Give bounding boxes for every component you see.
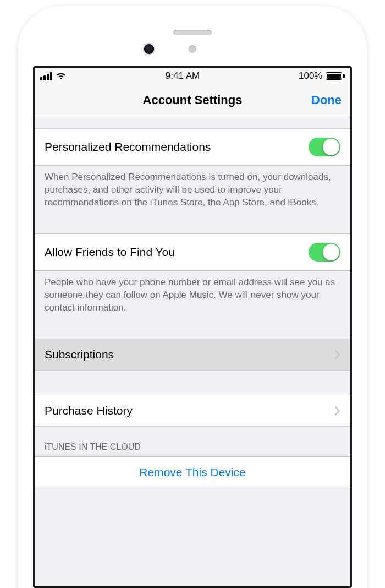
- battery-percentage: 100%: [299, 70, 322, 81]
- purchase-history-row[interactable]: Purchase History: [35, 395, 350, 427]
- remove-device-label: Remove This Device: [139, 466, 245, 479]
- allow-friends-label: Allow Friends to Find You: [45, 246, 309, 259]
- status-time: 9:41 AM: [166, 70, 200, 81]
- screen: 9:41 AM 100% Account Settings Done Perso…: [33, 66, 352, 588]
- itunes-cloud-header: iTUNES IN THE CLOUD: [35, 427, 350, 456]
- subscriptions-row[interactable]: Subscriptions: [35, 339, 350, 371]
- chevron-right-icon: [335, 350, 340, 359]
- status-bar: 9:41 AM 100%: [35, 68, 350, 84]
- device-speaker: [173, 30, 212, 35]
- device-sensor: [189, 45, 196, 53]
- purchase-history-label: Purchase History: [45, 404, 335, 417]
- device-frame: 9:41 AM 100% Account Settings Done Perso…: [18, 6, 367, 588]
- personalized-recommendations-label: Personalized Recommendations: [45, 140, 309, 154]
- personalized-recommendations-footer: When Personalized Recommendations is tur…: [35, 166, 350, 209]
- wifi-icon: [56, 72, 67, 80]
- personalized-recommendations-toggle[interactable]: [309, 138, 340, 156]
- done-button[interactable]: Done: [311, 93, 342, 107]
- remove-device-row[interactable]: Remove This Device: [35, 456, 350, 488]
- device-front-camera: [144, 44, 154, 54]
- allow-friends-footer: People who have your phone number or ema…: [35, 271, 350, 314]
- page-title: Account Settings: [143, 93, 243, 107]
- navigation-bar: Account Settings Done: [35, 84, 350, 116]
- battery-icon: [326, 72, 345, 80]
- chevron-right-icon: [335, 406, 340, 415]
- allow-friends-row: Allow Friends to Find You: [35, 233, 350, 271]
- allow-friends-toggle[interactable]: [309, 243, 340, 262]
- cellular-signal-icon: [40, 72, 52, 80]
- personalized-recommendations-row: Personalized Recommendations: [35, 128, 350, 166]
- settings-list[interactable]: Personalized Recommendations When Person…: [35, 116, 350, 586]
- subscriptions-label: Subscriptions: [45, 348, 335, 361]
